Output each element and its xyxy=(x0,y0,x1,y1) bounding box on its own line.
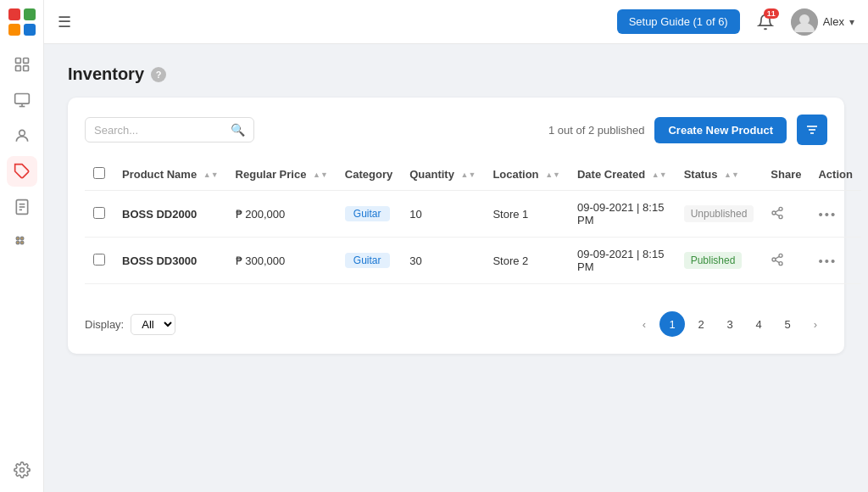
cell-price-1: ₱ 300,000 xyxy=(227,238,337,284)
col-location: Location ▲▼ xyxy=(484,159,569,191)
col-status: Status ▲▼ xyxy=(676,159,763,191)
sidebar-item-inventory[interactable] xyxy=(7,156,37,187)
display-row: Display: All 10 25 50 xyxy=(85,314,175,335)
topnav: ☰ Setup Guide (1 of 6) 11 Alex ▾ xyxy=(44,0,868,44)
svg-point-28 xyxy=(772,211,776,215)
svg-rect-5 xyxy=(23,59,28,64)
prev-page-button[interactable]: ‹ xyxy=(632,312,656,336)
user-menu[interactable]: Alex ▾ xyxy=(791,8,854,36)
svg-rect-6 xyxy=(15,66,20,71)
sidebar xyxy=(0,0,44,492)
cell-location-1: Store 2 xyxy=(484,238,569,284)
next-page-button[interactable]: › xyxy=(804,312,827,336)
sidebar-item-monitor[interactable] xyxy=(7,85,37,115)
search-icon: 🔍 xyxy=(231,123,245,137)
help-icon[interactable]: ? xyxy=(151,67,166,82)
svg-rect-4 xyxy=(15,59,20,64)
cell-date-1: 09-09-2021 | 8:15 PM xyxy=(569,238,676,284)
card-footer: Display: All 10 25 50 ‹ 1 2 3 4 5 › xyxy=(85,301,827,337)
cell-share-0[interactable] xyxy=(762,191,810,238)
svg-rect-1 xyxy=(24,8,36,20)
svg-line-31 xyxy=(776,210,780,212)
main-container: ☰ Setup Guide (1 of 6) 11 Alex ▾ xyxy=(44,0,868,492)
svg-point-34 xyxy=(779,261,782,265)
col-share: Share xyxy=(762,159,810,191)
search-input[interactable] xyxy=(94,124,224,137)
table-header-row: Product Name ▲▼ Regular Price ▲▼ Categor… xyxy=(85,159,861,191)
cell-date-0: 09-09-2021 | 8:15 PM xyxy=(569,191,676,238)
cell-quantity-0: 10 xyxy=(401,191,484,238)
search-box[interactable]: 🔍 xyxy=(85,117,254,143)
svg-line-35 xyxy=(776,260,780,263)
page-2-button[interactable]: 2 xyxy=(688,311,714,337)
cell-action-0[interactable]: ••• xyxy=(810,191,860,238)
filter-button[interactable] xyxy=(797,115,827,145)
svg-point-27 xyxy=(779,207,782,210)
notification-badge: 11 xyxy=(764,8,779,19)
select-all-checkbox[interactable] xyxy=(93,167,105,179)
sidebar-item-document[interactable] xyxy=(7,192,37,222)
svg-rect-3 xyxy=(24,24,36,36)
page-title: Inventory xyxy=(68,64,144,84)
svg-rect-7 xyxy=(23,66,28,71)
svg-point-20 xyxy=(20,241,23,243)
page-title-row: Inventory ? xyxy=(68,64,844,84)
col-action: Action xyxy=(810,159,860,191)
hamburger-menu[interactable]: ☰ xyxy=(58,13,71,31)
page-1-button[interactable]: 1 xyxy=(659,311,685,337)
display-label: Display: xyxy=(85,318,124,331)
sort-arrows-date[interactable]: ▲▼ xyxy=(652,171,667,179)
sort-arrows-qty[interactable]: ▲▼ xyxy=(461,171,476,179)
cell-status-0: Unpublished xyxy=(676,191,763,238)
svg-point-29 xyxy=(779,215,782,218)
svg-rect-8 xyxy=(14,94,29,104)
sort-arrows-status[interactable]: ▲▼ xyxy=(724,171,739,179)
sidebar-item-apps[interactable] xyxy=(7,227,37,258)
col-date-created: Date Created ▲▼ xyxy=(569,159,676,191)
chevron-down-icon: ▾ xyxy=(849,16,854,28)
sidebar-item-dashboard[interactable] xyxy=(7,49,37,80)
svg-rect-0 xyxy=(8,8,20,20)
col-category: Category xyxy=(337,159,401,191)
inventory-card: 🔍 1 out of 2 published Create New Produc… xyxy=(68,98,844,354)
table-row: BOSS DD2000 ₱ 200,000 Guitar 10 Store 1 … xyxy=(85,191,861,238)
notification-button[interactable]: 11 xyxy=(750,7,781,37)
svg-point-19 xyxy=(16,241,19,243)
page-4-button[interactable]: 4 xyxy=(746,311,771,337)
svg-line-36 xyxy=(776,256,780,259)
cell-price-0: ₱ 200,000 xyxy=(227,191,337,238)
create-new-product-button[interactable]: Create New Product xyxy=(654,117,787,143)
table-row: BOSS DD3000 ₱ 300,000 Guitar 30 Store 2 … xyxy=(85,238,861,284)
share-icon-1[interactable] xyxy=(771,254,784,269)
col-product-name: Product Name ▲▼ xyxy=(114,159,227,191)
svg-rect-2 xyxy=(8,24,20,36)
cell-product-name-0: BOSS DD2000 xyxy=(114,191,227,238)
user-name-label: Alex xyxy=(823,15,844,28)
sort-arrows-price[interactable]: ▲▼ xyxy=(313,171,328,179)
cell-share-1[interactable] xyxy=(762,238,810,284)
cell-category-1: Guitar xyxy=(337,238,401,284)
sort-arrows-name[interactable]: ▲▼ xyxy=(203,171,219,179)
share-icon-0[interactable] xyxy=(771,208,784,222)
svg-point-17 xyxy=(16,237,19,239)
more-icon-1[interactable]: ••• xyxy=(818,254,837,268)
col-regular-price: Regular Price ▲▼ xyxy=(227,159,337,191)
app-logo[interactable] xyxy=(7,7,37,37)
sort-arrows-loc[interactable]: ▲▼ xyxy=(545,171,560,179)
setup-guide-button[interactable]: Setup Guide (1 of 6) xyxy=(617,9,740,34)
page-3-button[interactable]: 3 xyxy=(717,311,743,337)
select-all-col xyxy=(85,159,114,191)
more-icon-0[interactable]: ••• xyxy=(818,207,837,221)
row-checkbox-1[interactable] xyxy=(93,254,105,266)
cell-product-name-1: BOSS DD3000 xyxy=(114,238,227,284)
cell-category-0: Guitar xyxy=(337,191,401,238)
sidebar-item-user[interactable] xyxy=(7,120,37,151)
display-select[interactable]: All 10 25 50 xyxy=(131,314,175,335)
cell-action-1[interactable]: ••• xyxy=(810,238,860,284)
svg-point-18 xyxy=(20,237,23,239)
sidebar-item-settings[interactable] xyxy=(7,455,37,485)
row-checkbox-0[interactable] xyxy=(93,207,105,219)
cell-quantity-1: 30 xyxy=(401,238,484,284)
svg-point-11 xyxy=(19,130,25,136)
page-5-button[interactable]: 5 xyxy=(775,311,800,337)
